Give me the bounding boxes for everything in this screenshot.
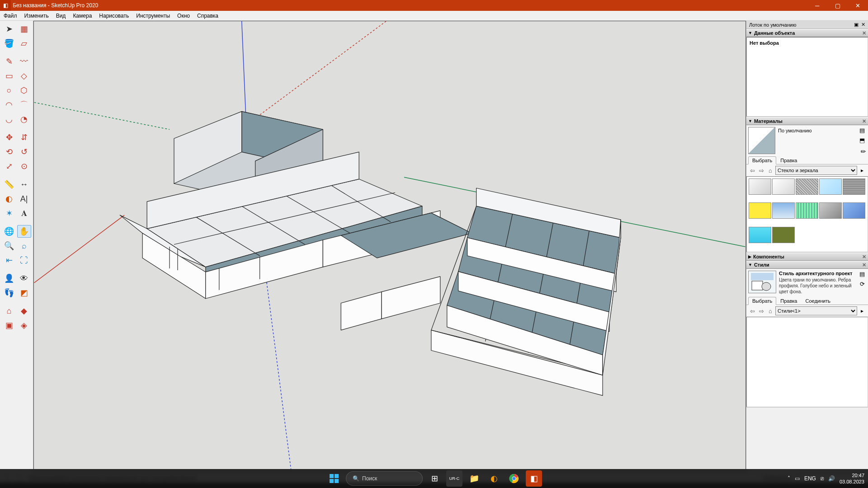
materials-collection-select[interactable]: Стекло и зеркала bbox=[775, 166, 857, 175]
text-tool[interactable]: A| bbox=[17, 192, 31, 205]
position-camera-tool[interactable]: 👤 bbox=[2, 272, 16, 285]
select-tool[interactable]: ➤ bbox=[2, 23, 16, 35]
panel-close-icon[interactable]: ✕ bbox=[862, 118, 866, 124]
task-view-icon[interactable]: ⊞ bbox=[426, 470, 443, 487]
create-material-icon[interactable]: ⬒ bbox=[858, 136, 866, 144]
zoom-tool[interactable]: 🔍 bbox=[2, 239, 16, 252]
panel-styles-header[interactable]: ▼ Стили ✕ bbox=[746, 261, 868, 269]
pie-tool[interactable]: ◔ bbox=[17, 113, 31, 126]
scale-tool[interactable]: ⤢ bbox=[2, 160, 16, 173]
paint-tool[interactable]: 🪣 bbox=[2, 37, 16, 50]
tray-close-icon[interactable]: ✕ bbox=[861, 22, 865, 28]
material-swatch-7[interactable] bbox=[796, 202, 818, 219]
eyedropper-icon[interactable]: ✎ bbox=[859, 147, 868, 156]
material-swatch-9[interactable] bbox=[843, 202, 865, 219]
current-style-thumb[interactable] bbox=[748, 271, 776, 293]
circle-tool[interactable]: ○ bbox=[2, 84, 16, 97]
material-swatch-1[interactable] bbox=[772, 178, 795, 195]
network-icon[interactable]: ⎚ bbox=[821, 475, 824, 482]
panel-close-icon[interactable]: ✕ bbox=[862, 254, 866, 260]
nav-forward-icon[interactable]: ⇨ bbox=[757, 307, 765, 315]
battery-icon[interactable]: ▭ bbox=[795, 475, 800, 482]
look-around-tool[interactable]: 👁 bbox=[17, 272, 31, 285]
rotated-rect-tool[interactable]: ◇ bbox=[17, 70, 31, 82]
prev-view-tool[interactable]: ⇤ bbox=[2, 254, 16, 267]
update-style-icon[interactable]: ▤ bbox=[858, 270, 866, 278]
tab-выбрать[interactable]: Выбрать bbox=[748, 156, 776, 164]
menu-справка[interactable]: Справка bbox=[193, 11, 222, 20]
dimension-tool[interactable]: ↔ bbox=[17, 178, 31, 191]
menu-изменить[interactable]: Изменить bbox=[21, 11, 52, 20]
zoom-window-tool[interactable]: ⌕ bbox=[17, 239, 31, 252]
tab-правка[interactable]: Правка bbox=[776, 297, 801, 305]
nav-forward-icon[interactable]: ⇨ bbox=[757, 166, 765, 174]
rotate-tool[interactable]: ⟲ bbox=[2, 145, 16, 158]
trimble-tool[interactable]: ◈ bbox=[17, 319, 31, 332]
freehand-tool[interactable]: 〰 bbox=[17, 55, 31, 68]
material-swatch-11[interactable] bbox=[772, 227, 795, 243]
warehouse-tool[interactable]: ⌂ bbox=[2, 305, 16, 317]
material-swatch-2[interactable] bbox=[796, 178, 818, 195]
walk-tool[interactable]: 👣 bbox=[2, 286, 16, 299]
sketchup-taskbar-icon[interactable]: ◧ bbox=[526, 470, 542, 487]
start-button[interactable] bbox=[326, 470, 342, 487]
nav-back-icon[interactable]: ⇦ bbox=[748, 166, 756, 174]
styles-collection-select[interactable]: Стили<1> bbox=[775, 306, 857, 315]
follow-me-tool[interactable]: ↺ bbox=[17, 145, 31, 158]
protractor-tool[interactable]: ◐ bbox=[2, 192, 16, 205]
menu-вид[interactable]: Вид bbox=[52, 11, 70, 20]
extension-tool[interactable]: ◆ bbox=[17, 305, 31, 317]
tab-соединить[interactable]: Соединить bbox=[801, 297, 835, 305]
line-tool[interactable]: ✎ bbox=[2, 55, 16, 68]
nav-back-icon[interactable]: ⇦ bbox=[748, 307, 756, 315]
panel-entity-info-header[interactable]: ▼ Данные объекта ✕ bbox=[746, 29, 868, 37]
maximize-button[interactable]: ▢ bbox=[827, 0, 848, 11]
current-material-preview[interactable] bbox=[748, 127, 775, 154]
three-point-arc-tool[interactable]: ◡ bbox=[2, 113, 16, 126]
app-orange-icon[interactable]: ◐ bbox=[486, 470, 502, 487]
home-icon[interactable]: ⌂ bbox=[766, 307, 774, 315]
tape-tool[interactable]: 📏 bbox=[2, 178, 16, 191]
rectangle-tool[interactable]: ▭ bbox=[2, 70, 16, 82]
section-tool[interactable]: ◩ bbox=[17, 286, 31, 299]
material-swatch-8[interactable] bbox=[819, 202, 842, 219]
tab-выбрать[interactable]: Выбрать bbox=[748, 297, 776, 305]
polygon-tool[interactable]: ⬡ bbox=[17, 84, 31, 97]
menu-инструменты[interactable]: Инструменты bbox=[132, 11, 174, 20]
details-icon[interactable]: ▸ bbox=[858, 307, 866, 315]
move-tool[interactable]: ✥ bbox=[2, 131, 16, 144]
menu-нарисовать[interactable]: Нарисовать bbox=[95, 11, 132, 20]
clock[interactable]: 20:47 03.08.2023 bbox=[840, 472, 864, 485]
zoom-extents-tool[interactable]: ⛶ bbox=[17, 254, 31, 267]
app-urc-icon[interactable]: UR-C bbox=[446, 470, 462, 487]
chrome-icon[interactable] bbox=[506, 470, 522, 487]
two-point-arc-tool[interactable]: ⌒ bbox=[17, 99, 31, 111]
material-swatch-10[interactable] bbox=[749, 227, 771, 243]
extensions2-tool[interactable]: ▣ bbox=[2, 319, 16, 332]
3d-text-tool[interactable]: 𝐀 bbox=[17, 207, 31, 220]
pan-tool[interactable]: ✋ bbox=[17, 225, 31, 238]
home-icon[interactable]: ⌂ bbox=[766, 166, 774, 174]
details-icon[interactable]: ▸ bbox=[858, 166, 866, 174]
pushpull-tool[interactable]: ⇵ bbox=[17, 131, 31, 144]
create-style-icon[interactable]: ⟳ bbox=[858, 280, 866, 288]
axes-tool[interactable]: ✶ bbox=[2, 207, 16, 220]
material-swatch-6[interactable] bbox=[772, 202, 795, 219]
minimize-button[interactable]: ─ bbox=[807, 0, 827, 11]
volume-icon[interactable]: 🔊 bbox=[828, 475, 835, 482]
component-tool[interactable]: ▦ bbox=[17, 23, 31, 35]
material-swatch-0[interactable] bbox=[749, 178, 771, 195]
arc-tool[interactable]: ◠ bbox=[2, 99, 16, 111]
menu-камера[interactable]: Камера bbox=[69, 11, 95, 20]
menu-окно[interactable]: Окно bbox=[174, 11, 193, 20]
offset-tool[interactable]: ⊙ bbox=[17, 160, 31, 173]
material-swatch-3[interactable] bbox=[819, 178, 842, 195]
material-swatch-5[interactable] bbox=[749, 202, 771, 219]
tray-expand-icon[interactable]: ˄ bbox=[788, 475, 790, 482]
file-explorer-icon[interactable]: 📁 bbox=[466, 470, 482, 487]
orbit-tool[interactable]: 🌐 bbox=[2, 225, 16, 238]
taskbar-search[interactable]: 🔍 Поиск bbox=[346, 471, 423, 486]
language-indicator[interactable]: ENG bbox=[804, 475, 816, 482]
tray-pin-icon[interactable]: ▣ bbox=[854, 22, 859, 28]
close-button[interactable]: ✕ bbox=[848, 0, 868, 11]
